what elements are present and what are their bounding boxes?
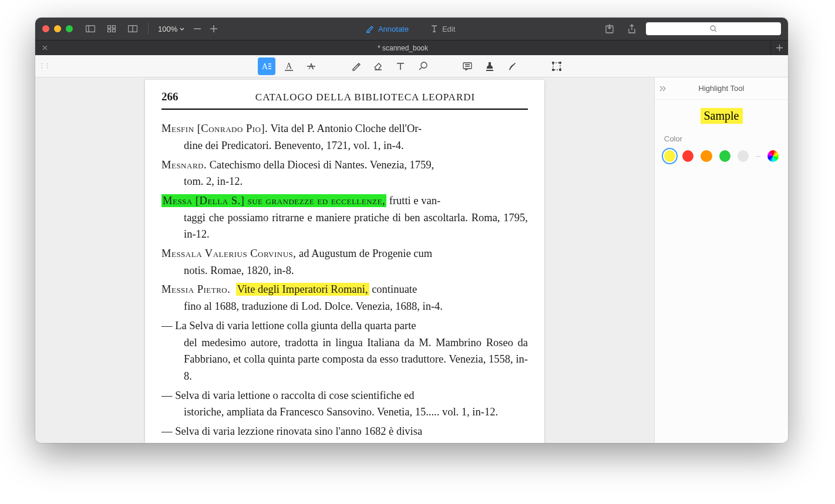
entry-text: in sette parti, da Mambrino Roseo, Franc… — [161, 440, 528, 443]
divider — [756, 156, 760, 157]
page-header-title: CATALOGO DELLA BIBLIOTECA LEOPARDI — [203, 90, 528, 105]
entry-text: continuate — [369, 283, 418, 295]
entry-dash: — — [161, 425, 173, 437]
svg-line-13 — [715, 30, 716, 32]
new-tab-button[interactable] — [770, 40, 788, 55]
svg-point-29 — [553, 62, 554, 63]
underline-tool-button[interactable]: A — [280, 57, 298, 75]
callout-tool-button[interactable] — [414, 57, 432, 75]
entry-text: del medesimo autore, tradotta in lingua … — [161, 334, 528, 385]
svg-rect-28 — [553, 63, 560, 70]
entry-text: Selva di varia lezzione rinovata sino l'… — [173, 425, 423, 437]
text-cursor-icon — [430, 25, 439, 33]
collapse-sidebar-button[interactable] — [659, 86, 666, 92]
entry-text: Catechismo della Diocesi di Nantes. Vene… — [207, 159, 434, 171]
catalog-entry: — La Selva di varia lettione colla giunt… — [161, 317, 528, 385]
grid-view-icon[interactable] — [103, 21, 120, 37]
minimize-window-button[interactable] — [54, 25, 61, 32]
entry-text: istoriche, ampliata da Francesco Sansovi… — [161, 404, 528, 421]
highlight-sample: Sample — [701, 108, 743, 124]
pencil-tool-button[interactable] — [347, 57, 365, 75]
strikethrough-tool-button[interactable]: A — [302, 57, 320, 75]
color-swatch-green[interactable] — [719, 150, 730, 162]
traffic-lights — [42, 25, 73, 32]
inspector-sidebar: Highlight Tool Sample Color — [654, 77, 788, 443]
catalog-entry: Mesfin [Conrado Pio]. Vita del P. Antoni… — [161, 120, 528, 154]
page-header: 266 CATALOGO DELLA BIBLIOTECA LEOPARDI — [161, 88, 528, 110]
svg-rect-0 — [86, 26, 95, 32]
page-handle[interactable]: ⋮⋮ — [39, 62, 49, 70]
page-viewport[interactable]: 266 CATALOGO DELLA BIBLIOTECA LEOPARDI M… — [35, 77, 654, 443]
entry-text: La Selva di varia lettione colla giunta … — [173, 320, 416, 332]
sidebar-title: Highlight Tool — [699, 84, 745, 93]
fullscreen-window-button[interactable] — [66, 25, 73, 32]
search-input[interactable] — [646, 22, 781, 35]
svg-rect-3 — [113, 26, 116, 29]
color-swatches — [664, 150, 779, 162]
color-swatch-gray[interactable] — [738, 150, 749, 162]
entry-text: Vita del P. Antonio Cloche dell'Or- — [268, 123, 422, 134]
note-tool-button[interactable] — [459, 57, 476, 75]
entry-text: tom. 2, in-12. — [161, 173, 528, 190]
catalog-entry: Messala Valerius Corvinus, ad Augustum d… — [161, 245, 528, 279]
highlight-tool-button[interactable]: A — [258, 57, 275, 75]
catalog-entry: Mesnard. Catechismo della Diocesi di Nan… — [161, 157, 528, 190]
divider — [148, 23, 149, 35]
catalog-entry: Messia Pietro. Vite degli Imperatori Rom… — [161, 281, 528, 314]
pencil-draw-icon — [366, 25, 375, 33]
chevron-down-icon — [180, 28, 184, 31]
color-swatch-orange[interactable] — [701, 150, 712, 162]
catalog-entry: — Selva di varia lezzione rinovata sino … — [161, 423, 528, 443]
stamp-tool-button[interactable] — [481, 57, 499, 75]
svg-point-31 — [553, 69, 554, 70]
zoom-control[interactable]: 100% — [156, 25, 187, 33]
close-tab-button[interactable] — [40, 43, 49, 53]
entry-author: Mesfin [Conrado Pio]. — [161, 123, 268, 134]
zoom-out-button[interactable] — [191, 21, 203, 37]
entry-dash: — — [161, 320, 173, 332]
color-swatch-yellow[interactable] — [664, 150, 675, 162]
entry-text: Selva di varia lettione o raccolta di co… — [173, 390, 415, 401]
import-icon[interactable] — [601, 21, 618, 37]
selection-tool-button[interactable] — [548, 57, 565, 75]
entry-text: fino al 1688, traduzione di Lod. Dolce. … — [161, 298, 528, 315]
svg-rect-2 — [108, 26, 111, 29]
content-area: 266 CATALOGO DELLA BIBLIOTECA LEOPARDI M… — [35, 77, 788, 443]
chevron-right-double-icon — [659, 86, 666, 92]
green-highlight[interactable]: Messa [Della S.] sue grandezze ed eccell… — [161, 194, 386, 207]
edit-label: Edit — [442, 25, 455, 33]
color-swatch-red[interactable] — [682, 150, 693, 162]
search-icon — [710, 25, 717, 32]
document-tab[interactable]: * scanned_book — [35, 40, 770, 55]
two-page-view-icon[interactable] — [124, 21, 141, 37]
mode-switcher: Annotate Edit — [361, 22, 460, 36]
share-icon[interactable] — [624, 21, 640, 37]
titlebar: 100% Annotate Edit — [35, 18, 788, 40]
catalog-entry: Messa [Della S.] sue grandezze ed eccell… — [161, 192, 528, 243]
entry-text: notis. Romae, 1820, in-8. — [161, 262, 528, 279]
annotation-toolbar: ⋮⋮ A A A — [35, 55, 788, 77]
entry-author: Messala Valerius Corvinus, — [161, 248, 296, 259]
svg-rect-25 — [463, 63, 472, 69]
document-page: 266 CATALOGO DELLA BIBLIOTECA LEOPARDI M… — [145, 80, 544, 443]
annotate-mode-button[interactable]: Annotate — [361, 22, 413, 36]
sidebar-header: Highlight Tool — [655, 77, 788, 100]
entry-text: frutti e van- — [386, 195, 440, 207]
yellow-highlight[interactable]: Vite degli Imperatori Romani, — [236, 283, 369, 296]
annotate-label: Annotate — [378, 25, 409, 33]
edit-mode-button[interactable]: Edit — [425, 22, 460, 36]
color-section: Color — [655, 134, 788, 162]
zoom-in-button[interactable] — [208, 21, 220, 37]
svg-point-12 — [711, 26, 715, 31]
color-label: Color — [664, 134, 779, 143]
close-window-button[interactable] — [42, 25, 49, 32]
eraser-tool-button[interactable] — [369, 57, 387, 75]
entry-author: Messia Pietro. — [161, 283, 230, 295]
text-tool-button[interactable] — [392, 57, 409, 75]
entry-author: Mesnard. — [161, 159, 207, 171]
svg-text:A: A — [262, 62, 268, 71]
signature-tool-button[interactable] — [503, 57, 521, 75]
sidebar-toggle-icon[interactable] — [82, 21, 99, 37]
app-window: 100% Annotate Edit — [35, 18, 788, 443]
color-picker-button[interactable] — [767, 150, 779, 162]
